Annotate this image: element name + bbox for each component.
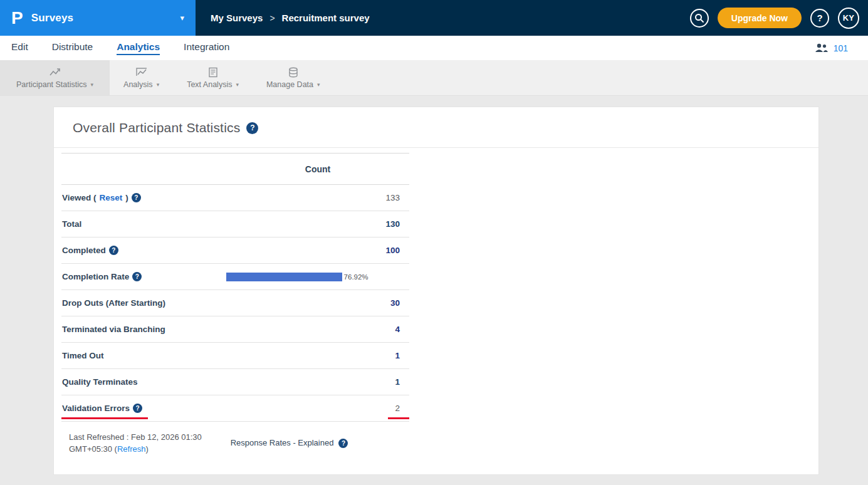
row-label-text: Completion Rate [62,272,129,281]
subnav-label: Analysis [123,80,153,89]
tab-edit[interactable]: Edit [11,41,28,55]
response-rates-explained: Response Rates - Explained ? [231,432,409,456]
table-footer: Last Refreshed : Feb 12, 2026 01:30 GMT+… [69,432,409,456]
row-label: Completed ? [61,246,226,255]
row-label: Timed Out [61,351,226,360]
table-row: Completion Rate ? 76.92% [61,264,409,290]
row-value: 2 [395,404,400,413]
annotation-underline [61,417,148,419]
header-actions: Upgrade Now ? KY [690,0,868,36]
line-chart-icon [135,66,148,78]
row-value-cell: 130 [226,219,409,229]
chevron-down-icon: ▾ [91,81,94,88]
table-row: Validation Errors ? 2 [61,395,409,422]
help-icon[interactable]: ? [133,404,142,413]
refresh-link[interactable]: Refresh [117,444,146,454]
chevron-down-icon: ▾ [317,81,320,88]
subnav-text-analysis[interactable]: Text Analysis ▾ [173,60,253,95]
upgrade-now-button[interactable]: Upgrade Now [718,8,802,28]
row-value: 130 [385,219,400,229]
subnav-label: Participant Statistics [16,80,87,89]
analytics-subnav: Participant Statistics ▾ Analysis ▾ Text… [0,60,868,96]
row-value-cell: 100 [226,246,409,255]
product-name: Surveys [31,12,74,24]
completion-bar-fill [226,273,342,281]
top-header: P Surveys ▾ My Surveys > Recruitment sur… [0,0,868,36]
row-value-cell: 76.92% [226,273,409,281]
line-chart-icon [49,66,61,78]
breadcrumb-separator: > [269,13,275,23]
row-value: 133 [385,193,400,202]
page-title: Overall Participant Statistics [73,120,240,135]
row-label-text: Drop Outs (After Starting) [62,298,165,308]
subnav-analysis[interactable]: Analysis ▾ [110,60,173,95]
subnav-manage-data[interactable]: Manage Data ▾ [253,60,334,95]
last-refreshed-text: Last Refreshed : Feb 12, 2026 01:30 GMT+… [69,432,231,456]
row-label-text: Quality Terminates [62,377,138,387]
help-button[interactable]: ? [810,9,829,28]
table-row: Drop Outs (After Starting) 30 [61,290,409,316]
tab-distribute[interactable]: Distribute [52,41,93,55]
completion-percent-label: 76.92% [344,273,369,281]
reset-link[interactable]: Reset [100,193,123,202]
row-label-text: Total [62,219,81,229]
subnav-label: Manage Data [266,80,313,89]
row-value-cell: 133 [226,193,409,202]
page-background: Overall Participant Statistics ? Count V… [0,96,868,484]
help-icon[interactable]: ? [132,272,142,281]
table-row: Timed Out 1 [61,343,409,369]
row-label: Viewed ( Reset ) ? [61,193,226,202]
row-value-cell: 4 [226,325,409,334]
row-value-cell: 1 [226,351,409,360]
avatar[interactable]: KY [838,8,859,29]
row-label: Terminated via Branching [61,325,226,334]
annotation-underline [388,417,409,419]
row-label-text: Terminated via Branching [62,325,165,334]
row-label-text: Validation Errors [62,404,130,413]
participants-counter[interactable]: 101 [815,43,857,53]
row-label-suffix: ) [125,193,128,202]
help-icon[interactable]: ? [246,122,258,134]
product-switcher[interactable]: P Surveys ▾ [0,0,196,36]
table-row: Total 130 [61,211,409,237]
row-label: Validation Errors ? [61,404,226,413]
row-value-cell: 1 [226,377,409,387]
row-label-text: Timed Out [62,351,104,360]
main-nav: Edit Distribute Analytics Integration 10… [0,36,868,60]
chevron-down-icon: ▾ [157,81,160,88]
row-label: Completion Rate ? [61,272,226,281]
row-value: 1 [395,351,400,360]
row-label: Quality Terminates [61,377,226,387]
people-icon [815,43,829,53]
search-button[interactable] [690,9,709,28]
stats-table-body: Viewed ( Reset ) ? 133 Total 130 Complet… [61,185,409,422]
table-header: Count [61,154,409,185]
breadcrumb: My Surveys > Recruitment survey [211,0,370,36]
chevron-down-icon: ▾ [236,81,239,88]
table-row: Terminated via Branching 4 [61,316,409,343]
table-row: Quality Terminates 1 [61,369,409,395]
subnav-label: Text Analysis [187,80,232,89]
nav-tabs: Edit Distribute Analytics Integration [11,41,229,55]
breadcrumb-my-surveys[interactable]: My Surveys [211,13,263,23]
search-icon [694,13,704,23]
card-title-row: Overall Participant Statistics ? [54,107,818,148]
row-value: 1 [395,377,400,387]
table-row: Viewed ( Reset ) ? 133 [61,185,409,211]
subnav-participant-statistics[interactable]: Participant Statistics ▾ [0,60,110,95]
row-value: 30 [390,298,400,308]
row-label-text: Completed [62,246,106,255]
table-row: Completed ? 100 [61,237,409,264]
row-label: Drop Outs (After Starting) [61,298,226,308]
help-icon[interactable]: ? [109,246,118,255]
database-icon [288,66,299,78]
tab-analytics[interactable]: Analytics [117,41,160,55]
tab-integration[interactable]: Integration [184,41,229,55]
help-icon[interactable]: ? [338,439,348,448]
chevron-down-icon: ▾ [180,13,184,23]
row-value: 100 [385,246,400,255]
help-icon[interactable]: ? [132,193,141,202]
count-column-header: Count [226,164,409,174]
statistics-card: Overall Participant Statistics ? Count V… [53,107,819,475]
statistics-table: Count Viewed ( Reset ) ? 133 Total 130 [61,153,409,456]
